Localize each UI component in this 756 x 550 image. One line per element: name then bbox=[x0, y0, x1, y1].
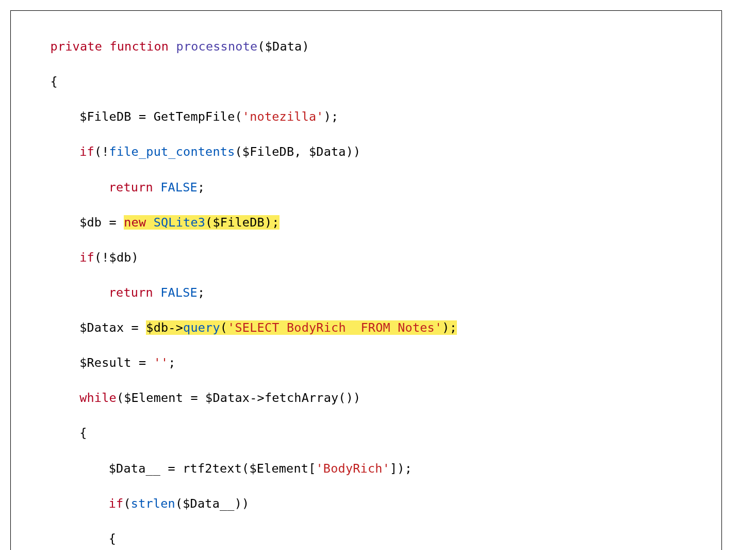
constant-false: FALSE bbox=[160, 180, 198, 195]
code-line: $db = new SQLite3($FileDB); bbox=[21, 214, 711, 231]
keyword-function: function bbox=[109, 39, 169, 54]
keyword-while: while bbox=[79, 391, 117, 405]
keyword-if: if bbox=[109, 496, 124, 511]
keyword-if: if bbox=[79, 144, 94, 159]
code-block: private function processnote($Data) { $F… bbox=[10, 10, 722, 550]
builtin-func: file_put_contents bbox=[109, 144, 235, 159]
code-line: if(strlen($Data__)) bbox=[21, 495, 711, 512]
code-line: if(!file_put_contents($FileDB, $Data)) bbox=[21, 143, 711, 160]
string-literal: 'SELECT BodyRich FROM Notes' bbox=[227, 320, 442, 335]
class-name: SQLite3 bbox=[154, 215, 205, 230]
code-line: $Datax = $db->query('SELECT BodyRich FRO… bbox=[21, 319, 711, 336]
keyword-new: new bbox=[124, 215, 146, 230]
code-line: $FileDB = GetTempFile('notezilla'); bbox=[21, 108, 711, 125]
code-line: return FALSE; bbox=[21, 284, 711, 301]
code-line: return FALSE; bbox=[21, 179, 711, 196]
method: query bbox=[183, 320, 220, 335]
code-line: { bbox=[21, 424, 711, 442]
keyword-return: return bbox=[109, 180, 153, 195]
code-line: { bbox=[21, 530, 711, 547]
builtin-func: strlen bbox=[131, 496, 175, 511]
keyword-if: if bbox=[79, 250, 94, 265]
function-name: processnote bbox=[176, 39, 258, 54]
code-line: if(!$db) bbox=[21, 249, 711, 266]
string-literal: 'BodyRich' bbox=[316, 461, 390, 476]
code-line: { bbox=[21, 73, 711, 90]
keyword-return: return bbox=[109, 285, 153, 300]
highlight: new SQLite3($FileDB); bbox=[124, 215, 279, 230]
code-line: private function processnote($Data) bbox=[21, 38, 711, 55]
code-line: $Data__ = rtf2text($Element['BodyRich'])… bbox=[21, 460, 711, 477]
string-literal: '' bbox=[154, 355, 169, 370]
highlight: $db->query('SELECT BodyRich FROM Notes')… bbox=[146, 320, 457, 335]
constant-false: FALSE bbox=[160, 285, 198, 300]
string-literal: 'notezilla' bbox=[242, 109, 324, 124]
code-line: $Result = ''; bbox=[21, 354, 711, 371]
keyword-private: private bbox=[51, 39, 102, 54]
code-line: while($Element = $Datax->fetchArray()) bbox=[21, 389, 711, 407]
